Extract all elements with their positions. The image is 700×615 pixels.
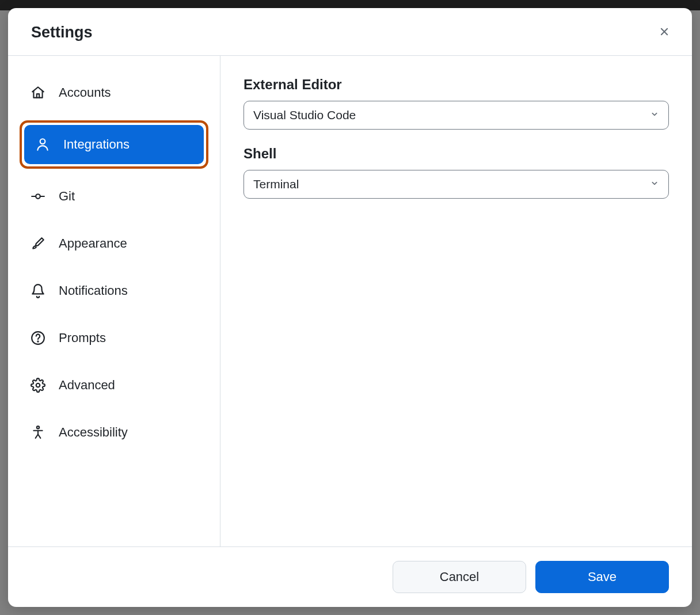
close-icon (658, 25, 671, 40)
sidebar: Accounts Integrations Git (8, 56, 220, 546)
shell-select[interactable]: Terminal (244, 170, 669, 199)
save-button[interactable]: Save (535, 561, 669, 593)
svg-point-1 (36, 194, 40, 199)
sidebar-item-git[interactable]: Git (20, 177, 208, 216)
accessibility-icon (30, 424, 46, 441)
content-panel: External Editor Visual Studio Code Shell… (220, 56, 692, 546)
bell-icon (30, 283, 46, 299)
sidebar-item-accounts[interactable]: Accounts (20, 73, 208, 112)
sidebar-item-label: Accessibility (59, 425, 128, 440)
sidebar-item-label: Advanced (59, 378, 115, 393)
sidebar-item-advanced[interactable]: Advanced (20, 366, 208, 405)
svg-point-0 (40, 139, 45, 144)
external-editor-label: External Editor (244, 77, 669, 93)
close-button[interactable] (655, 23, 674, 41)
modal-body: Accounts Integrations Git (8, 56, 692, 546)
git-commit-icon (30, 188, 46, 204)
shell-label: Shell (244, 146, 669, 162)
person-icon (35, 136, 51, 153)
external-editor-select[interactable]: Visual Studio Code (244, 101, 669, 130)
svg-point-7 (37, 426, 39, 428)
sidebar-item-label: Integrations (63, 137, 130, 152)
gear-icon (30, 377, 46, 393)
modal-title: Settings (31, 24, 93, 41)
sidebar-item-integrations[interactable]: Integrations (24, 125, 204, 164)
shell-field: Shell Terminal (244, 146, 669, 199)
sidebar-item-notifications[interactable]: Notifications (20, 271, 208, 310)
sidebar-item-label: Accounts (59, 85, 111, 100)
cancel-button[interactable]: Cancel (393, 561, 526, 593)
sidebar-item-appearance[interactable]: Appearance (20, 224, 208, 263)
sidebar-item-prompts[interactable]: Prompts (20, 318, 208, 358)
sidebar-item-accessibility[interactable]: Accessibility (20, 413, 208, 452)
settings-modal: Settings Accounts Integrations (8, 8, 692, 607)
home-icon (30, 85, 46, 101)
sidebar-item-label: Notifications (59, 283, 128, 298)
sidebar-item-label: Git (59, 189, 75, 204)
modal-footer: Cancel Save (8, 546, 692, 607)
sidebar-item-label: Appearance (59, 236, 127, 251)
svg-point-6 (36, 384, 40, 388)
sidebar-highlight: Integrations (20, 120, 208, 169)
sidebar-item-label: Prompts (59, 331, 106, 346)
modal-header: Settings (8, 8, 692, 56)
external-editor-field: External Editor Visual Studio Code (244, 77, 669, 130)
paintbrush-icon (30, 236, 46, 252)
question-icon (30, 330, 46, 346)
svg-point-5 (37, 341, 38, 341)
